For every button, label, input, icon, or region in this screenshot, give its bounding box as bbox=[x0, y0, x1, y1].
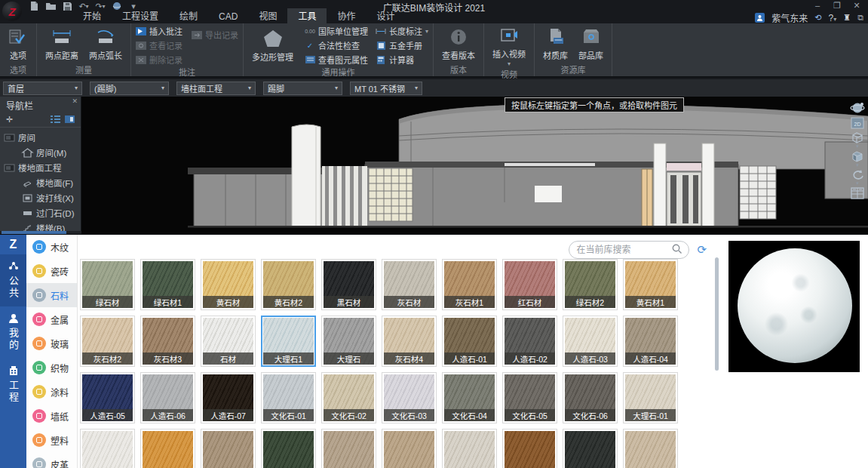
category-0[interactable]: 木纹 bbox=[26, 235, 77, 259]
category-8[interactable]: 塑料 bbox=[26, 428, 77, 452]
nav-pin-icon[interactable]: ✛ bbox=[6, 115, 13, 125]
restore-button[interactable]: ❐ bbox=[829, 0, 845, 11]
material-tile-文化石-04[interactable]: 文化石-04 bbox=[442, 372, 497, 423]
nav-group-0[interactable]: 房间 bbox=[0, 130, 81, 145]
material-tile-绿石材2[interactable]: 绿石材2 bbox=[563, 259, 618, 310]
viewport-3d[interactable]: 按鼠标左键指定第一个角点，或拾取构件图元 2D ▾ ▾ ▾ bbox=[82, 97, 868, 234]
panel-toggle-icon[interactable]: ⧉ bbox=[857, 13, 863, 23]
export-record-button[interactable]: 导出记录 bbox=[192, 29, 238, 41]
material-tile[interactable] bbox=[382, 429, 437, 468]
material-tile-大理石1[interactable]: 大理石1 bbox=[261, 316, 316, 367]
material-tile-红石材[interactable]: 红石材 bbox=[502, 259, 557, 310]
view-element-properties-button[interactable]: 查看图元属性 bbox=[305, 54, 368, 66]
insert-annotation-button[interactable]: 插入批注 bbox=[136, 25, 182, 37]
rotate-view-icon[interactable]: ▾ bbox=[849, 169, 866, 186]
shaded-view-icon[interactable]: ▾ bbox=[849, 150, 866, 168]
sync-icon[interactable]: ⟲ bbox=[814, 13, 821, 23]
search-input[interactable] bbox=[576, 245, 667, 255]
workspace-tab-1[interactable]: 我的 bbox=[0, 306, 26, 359]
nav-list-view-icon[interactable] bbox=[51, 115, 60, 125]
menu-tab-4[interactable]: 视图 bbox=[248, 8, 287, 23]
material-tile-人造石-06[interactable]: 人造石-06 bbox=[140, 372, 195, 423]
material-tile-大理石[interactable]: 大理石 bbox=[321, 316, 376, 367]
material-tile-石材[interactable]: 石材 bbox=[201, 316, 256, 367]
material-tile-人造石-07[interactable]: 人造石-07 bbox=[201, 372, 256, 423]
nav-panel-view-icon[interactable] bbox=[65, 115, 75, 125]
view-version-button[interactable]: 查看版本 bbox=[438, 26, 479, 62]
material-tile[interactable] bbox=[201, 429, 256, 468]
material-tile-人造石-03[interactable]: 人造石-03 bbox=[563, 316, 618, 367]
material-tile-人造石-02[interactable]: 人造石-02 bbox=[502, 316, 557, 367]
material-tile[interactable] bbox=[563, 429, 618, 468]
category-9[interactable]: 皮革 bbox=[26, 452, 77, 468]
material-tile-大理石-01[interactable]: 大理石-01 bbox=[623, 372, 678, 423]
material-tile[interactable] bbox=[140, 429, 195, 468]
delete-record-button[interactable]: 删除记录 bbox=[136, 54, 182, 66]
material-tile-绿石材[interactable]: 绿石材 bbox=[80, 259, 135, 310]
material-tile-黑石材[interactable]: 黑石材 bbox=[321, 259, 376, 310]
two-point-arc-button[interactable]: 两点弧长 bbox=[85, 26, 126, 62]
material-tile-灰石材3[interactable]: 灰石材3 bbox=[140, 316, 195, 367]
component-library-button[interactable]: 部品库 bbox=[575, 26, 607, 62]
category-5[interactable]: 织物 bbox=[26, 356, 77, 380]
material-tile-绿石材1[interactable]: 绿石材1 bbox=[140, 259, 195, 310]
material-tile[interactable] bbox=[80, 429, 135, 468]
nav-item[interactable]: 波打线(X) bbox=[0, 190, 81, 205]
user-name[interactable]: 紫气东来 bbox=[771, 11, 808, 24]
material-tile[interactable] bbox=[623, 429, 678, 468]
category-7[interactable]: 墙纸 bbox=[26, 404, 77, 428]
view-record-button[interactable]: 查看记录 bbox=[136, 39, 182, 51]
category-2[interactable]: 石料 bbox=[26, 283, 77, 307]
material-select[interactable]: MT 01 不锈钢▾ bbox=[350, 82, 422, 95]
material-tile-文化石-03[interactable]: 文化石-03 bbox=[382, 372, 437, 423]
search-box[interactable] bbox=[569, 241, 689, 259]
floor-select[interactable]: 首层▾ bbox=[3, 82, 82, 95]
material-tile-灰石材[interactable]: 灰石材 bbox=[382, 259, 437, 310]
material-tile-灰石材4[interactable]: 灰石材4 bbox=[382, 316, 437, 367]
menu-tab-3[interactable]: CAD bbox=[208, 11, 248, 23]
grid-vscrollbar[interactable] bbox=[715, 257, 719, 463]
material-tile-黄石材1[interactable]: 黄石材1 bbox=[623, 259, 678, 310]
menu-tab-5[interactable]: 工具 bbox=[287, 8, 327, 23]
schedule-table-icon[interactable] bbox=[849, 187, 866, 199]
validity-check-button[interactable]: ✓ 合法性检查 bbox=[305, 39, 368, 51]
menu-tab-2[interactable]: 绘制 bbox=[169, 8, 208, 23]
insert-video-button[interactable]: 插入视频 ▾ bbox=[489, 25, 529, 68]
help-icon[interactable]: ?▾ bbox=[829, 13, 837, 23]
category-3[interactable]: 金属 bbox=[26, 307, 77, 331]
navigator-close-icon[interactable]: ✕ bbox=[72, 97, 78, 105]
calculator-button[interactable]: 计算器 bbox=[376, 54, 428, 66]
international-units-button[interactable]: 0.00 国际单位管理 bbox=[305, 25, 368, 37]
nav-group-1[interactable]: 楼地面工程 bbox=[0, 160, 81, 175]
material-tile[interactable] bbox=[261, 429, 316, 468]
type-select[interactable]: 踢脚▾ bbox=[263, 82, 342, 95]
menu-tab-7[interactable]: 设计 bbox=[366, 8, 405, 23]
orbit-view-icon[interactable] bbox=[849, 101, 866, 115]
nav-item[interactable]: 过门石(D) bbox=[0, 205, 81, 220]
material-tile-黄石材[interactable]: 黄石材 bbox=[201, 259, 256, 310]
app-logo-icon[interactable]: Z bbox=[2, 2, 22, 21]
search-icon[interactable] bbox=[672, 244, 682, 256]
options-button[interactable]: 选项 bbox=[5, 26, 32, 62]
menu-tab-6[interactable]: 协作 bbox=[327, 8, 366, 23]
material-tile-人造石-01[interactable]: 人造石-01 bbox=[442, 316, 497, 367]
material-tile-文化石-05[interactable]: 文化石-05 bbox=[502, 372, 557, 423]
category-4[interactable]: 玻璃 bbox=[26, 331, 77, 356]
workspace-tab-0[interactable]: 公共 bbox=[0, 254, 26, 306]
material-tile-人造石-05[interactable]: 人造石-05 bbox=[80, 372, 135, 423]
minimize-button[interactable]: – bbox=[809, 0, 826, 11]
menu-tab-1[interactable]: 工程设置 bbox=[112, 8, 169, 23]
material-tile[interactable] bbox=[502, 429, 557, 468]
material-tile-灰石材1[interactable]: 灰石材1 bbox=[442, 259, 497, 310]
material-tile-黄石材2[interactable]: 黄石材2 bbox=[261, 259, 316, 310]
refresh-icon[interactable]: ⟳ bbox=[697, 243, 707, 257]
close-button[interactable]: ✕ bbox=[848, 0, 865, 11]
avatar[interactable] bbox=[755, 13, 765, 23]
hardware-manual-button[interactable]: 五金手册 bbox=[376, 39, 428, 51]
two-point-distance-button[interactable]: 两点距离 bbox=[41, 26, 82, 62]
trade-select[interactable]: 墙柱面工程▾ bbox=[176, 82, 256, 95]
menu-tab-0[interactable]: 开始 bbox=[72, 8, 112, 23]
theme-icon[interactable]: ♜ bbox=[843, 13, 851, 23]
material-tile[interactable] bbox=[321, 429, 376, 468]
length-dimension-button[interactable]: 长度标注▾ bbox=[376, 25, 428, 37]
